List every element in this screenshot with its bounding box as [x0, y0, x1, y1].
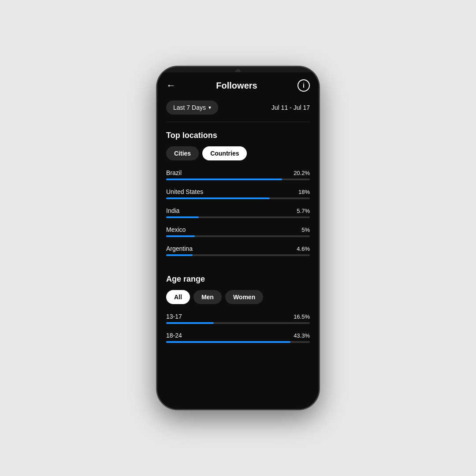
- age-bar-fill: [166, 341, 290, 343]
- tab-men[interactable]: Men: [193, 290, 222, 304]
- location-bar-item: Argentina 4.6%: [166, 245, 310, 256]
- tab-all[interactable]: All: [166, 290, 190, 304]
- power-button: [319, 120, 320, 142]
- age-range-title: Age range: [166, 275, 310, 284]
- back-button[interactable]: ←: [166, 81, 176, 90]
- location-bar-track: [166, 254, 310, 256]
- location-bar-value: 5%: [301, 227, 310, 233]
- location-bar-label: Mexico: [166, 226, 186, 233]
- location-bar-fill: [166, 178, 282, 180]
- location-bar-fill: [166, 254, 193, 256]
- top-locations-section: Top locations Cities Countries Brazil 20…: [157, 122, 319, 256]
- location-bar-value: 20.2%: [294, 170, 310, 176]
- location-bar-label: Argentina: [166, 245, 193, 252]
- age-bar-label: 18-24: [166, 332, 182, 339]
- age-bar-value: 43.3%: [294, 332, 310, 339]
- location-bars: Brazil 20.2% United States 18% India 5.7…: [166, 169, 310, 256]
- filter-row: Last 7 Days ▾ Jul 11 - Jul 17: [157, 97, 319, 122]
- location-bar-item: Mexico 5%: [166, 226, 310, 237]
- age-range-section: Age range All Men Women 13-17 16.5% 18-2…: [157, 264, 319, 343]
- tab-cities[interactable]: Cities: [166, 146, 199, 160]
- location-bar-fill: [166, 216, 199, 218]
- location-bar-item: Brazil 20.2%: [166, 169, 310, 180]
- age-bar-item: 18-24 43.3%: [166, 332, 310, 343]
- location-bar-label: India: [166, 207, 179, 214]
- age-bars: 13-17 16.5% 18-24 43.3%: [166, 313, 310, 343]
- age-bar-track: [166, 322, 310, 324]
- location-bar-track: [166, 235, 310, 237]
- top-locations-title: Top locations: [166, 131, 310, 140]
- location-tab-group: Cities Countries: [166, 146, 310, 160]
- location-bar-fill: [166, 197, 270, 199]
- app-header: ← Followers i: [157, 72, 319, 97]
- location-bar-value: 18%: [298, 189, 310, 195]
- location-bar-track: [166, 178, 310, 180]
- location-bar-track: [166, 216, 310, 218]
- age-bar-fill: [166, 322, 214, 324]
- date-dropdown-label: Last 7 Days: [173, 104, 206, 111]
- tab-women[interactable]: Women: [225, 290, 263, 304]
- age-tab-group: All Men Women: [166, 290, 310, 304]
- location-bar-value: 4.6%: [297, 245, 310, 252]
- volume-down-button: [156, 129, 157, 142]
- location-bar-item: India 5.7%: [166, 207, 310, 218]
- location-bar-value: 5.7%: [297, 208, 310, 214]
- phone-frame: ← Followers i Last 7 Days ▾ Jul 11 - Jul…: [156, 66, 320, 410]
- date-range-label: Jul 11 - Jul 17: [271, 104, 310, 111]
- volume-up-button: [156, 111, 157, 124]
- age-bar-item: 13-17 16.5%: [166, 313, 310, 324]
- location-bar-fill: [166, 235, 195, 237]
- location-bar-track: [166, 197, 310, 199]
- tab-countries[interactable]: Countries: [202, 146, 247, 160]
- age-bar-value: 16.5%: [294, 313, 310, 320]
- age-bar-track: [166, 341, 310, 343]
- info-button[interactable]: i: [298, 79, 310, 92]
- page-title: Followers: [216, 81, 257, 91]
- location-bar-label: Brazil: [166, 169, 182, 176]
- chevron-down-icon: ▾: [208, 104, 211, 111]
- phone-notch: [157, 67, 319, 72]
- location-bar-item: United States 18%: [166, 188, 310, 199]
- location-bar-label: United States: [166, 188, 203, 195]
- age-bar-label: 13-17: [166, 313, 182, 320]
- date-dropdown[interactable]: Last 7 Days ▾: [166, 100, 218, 115]
- screen: ← Followers i Last 7 Days ▾ Jul 11 - Jul…: [157, 72, 319, 409]
